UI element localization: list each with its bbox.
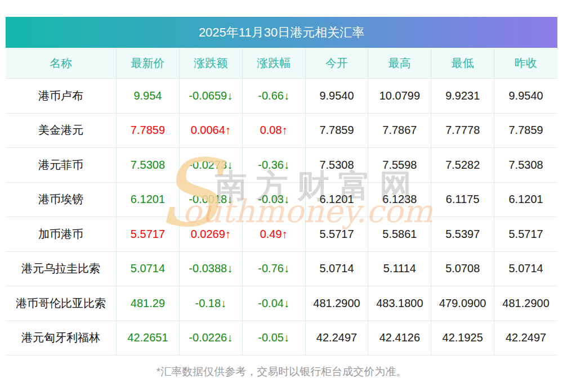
cell-prev_close: 5.0714 [494, 252, 557, 286]
cell-high: 7.7867 [368, 114, 431, 148]
cell-name: 港币卢布 [6, 79, 117, 113]
cell-pct: -0.03↓ [243, 183, 306, 217]
cell-open: 42.2497 [306, 321, 369, 355]
cell-open: 481.2900 [306, 286, 369, 321]
cell-name: 美金港元 [6, 114, 117, 148]
cell-low: 5.0708 [431, 252, 494, 286]
cell-open: 6.1201 [306, 183, 369, 217]
column-header-5: 最高 [368, 48, 431, 78]
table-title: 2025年11月30日港元相关汇率 [6, 17, 557, 48]
cell-prev_close: 481.2900 [494, 286, 557, 321]
cell-change: -0.18↓ [180, 286, 243, 321]
column-header-6: 最低 [431, 48, 494, 78]
table-row: 美金港元7.78590.0064↑0.08↑7.78597.78677.7778… [6, 114, 557, 148]
disclaimer-text: *汇率数据仅供参考，交易时以银行柜台成交价为准。 [0, 364, 563, 379]
cell-name: 港币埃镑 [6, 183, 117, 217]
cell-low: 479.0900 [431, 286, 494, 321]
cell-latest: 5.0714 [117, 252, 180, 286]
table-row: 港币哥伦比亚比索481.29-0.18↓-0.04↓481.2900483.18… [6, 286, 557, 321]
cell-prev_close: 7.5308 [494, 148, 557, 182]
cell-prev_close: 42.2497 [494, 321, 557, 355]
cell-open: 7.5308 [306, 148, 369, 182]
cell-pct: -0.66↓ [243, 79, 306, 113]
table-row: 港元乌拉圭比索5.0714-0.0388↓-0.76↓5.07145.11145… [6, 252, 557, 287]
cell-open: 5.0714 [306, 252, 369, 286]
table-header-row: 名称最新价涨跌额涨跌幅今开最高最低昨收 [6, 48, 557, 79]
cell-pct: -0.04↓ [243, 286, 306, 321]
page: 2025年11月30日港元相关汇率 名称最新价涨跌额涨跌幅今开最高最低昨收 港币… [0, 0, 563, 392]
cell-open: 7.7859 [306, 114, 369, 148]
column-header-3: 涨跌幅 [243, 48, 306, 78]
cell-name: 港元菲币 [6, 148, 117, 182]
column-header-0: 名称 [6, 48, 117, 78]
table-title-text: 2025年11月30日港元相关汇率 [199, 24, 364, 41]
table-row: 港元匈牙利福林42.2651-0.0226↓-0.05↓42.249742.41… [6, 321, 557, 356]
cell-change: -0.0273↓ [180, 148, 243, 182]
table-row: 港币埃镑6.1201-0.0018↓-0.03↓6.12016.12386.11… [6, 183, 557, 218]
cell-low: 7.7778 [431, 114, 494, 148]
cell-high: 5.1114 [368, 252, 431, 286]
cell-pct: -0.36↓ [243, 148, 306, 182]
cell-pct: 0.49↑ [243, 217, 306, 251]
exchange-rate-table: 2025年11月30日港元相关汇率 名称最新价涨跌额涨跌幅今开最高最低昨收 港币… [6, 17, 557, 355]
cell-high: 483.1800 [368, 286, 431, 321]
cell-open: 5.5717 [306, 217, 369, 251]
cell-open: 9.9540 [306, 79, 369, 113]
column-header-2: 涨跌额 [180, 48, 243, 78]
table-row: 港币卢布9.954-0.0659↓-0.66↓9.954010.07999.92… [6, 79, 557, 114]
cell-low: 5.5397 [431, 217, 494, 251]
column-header-4: 今开 [306, 48, 369, 78]
cell-prev_close: 6.1201 [494, 183, 557, 217]
table-body: 港币卢布9.954-0.0659↓-0.66↓9.954010.07999.92… [6, 79, 557, 355]
cell-change: -0.0018↓ [180, 183, 243, 217]
cell-latest: 5.5717 [117, 217, 180, 251]
cell-low: 42.1925 [431, 321, 494, 355]
cell-change: -0.0659↓ [180, 79, 243, 113]
cell-name: 港币哥伦比亚比索 [6, 286, 117, 321]
cell-low: 9.9231 [431, 79, 494, 113]
cell-latest: 7.7859 [117, 114, 180, 148]
cell-prev_close: 5.5717 [494, 217, 557, 251]
cell-latest: 6.1201 [117, 183, 180, 217]
cell-name: 加币港币 [6, 217, 117, 251]
cell-low: 7.5282 [431, 148, 494, 182]
cell-change: -0.0388↓ [180, 252, 243, 286]
cell-high: 6.1238 [368, 183, 431, 217]
table-row: 港元菲币7.5308-0.0273↓-0.36↓7.53087.55987.52… [6, 148, 557, 183]
table-row: 加币港币5.57170.0269↑0.49↑5.57175.58615.5397… [6, 217, 557, 252]
column-header-1: 最新价 [117, 48, 180, 78]
cell-latest: 9.954 [117, 79, 180, 113]
cell-high: 7.5598 [368, 148, 431, 182]
cell-latest: 42.2651 [117, 321, 180, 355]
cell-high: 5.5861 [368, 217, 431, 251]
cell-name: 港元匈牙利福林 [6, 321, 117, 355]
cell-change: 0.0269↑ [180, 217, 243, 251]
cell-latest: 481.29 [117, 286, 180, 321]
cell-prev_close: 7.7859 [494, 114, 557, 148]
cell-pct: 0.08↑ [243, 114, 306, 148]
cell-low: 6.1175 [431, 183, 494, 217]
cell-high: 10.0799 [368, 79, 431, 113]
cell-prev_close: 9.9540 [494, 79, 557, 113]
cell-name: 港元乌拉圭比索 [6, 252, 117, 286]
cell-change: 0.0064↑ [180, 114, 243, 148]
cell-change: -0.0226↓ [180, 321, 243, 355]
cell-pct: -0.76↓ [243, 252, 306, 286]
cell-latest: 7.5308 [117, 148, 180, 182]
cell-pct: -0.05↓ [243, 321, 306, 355]
cell-high: 42.4126 [368, 321, 431, 355]
column-header-7: 昨收 [494, 48, 557, 78]
